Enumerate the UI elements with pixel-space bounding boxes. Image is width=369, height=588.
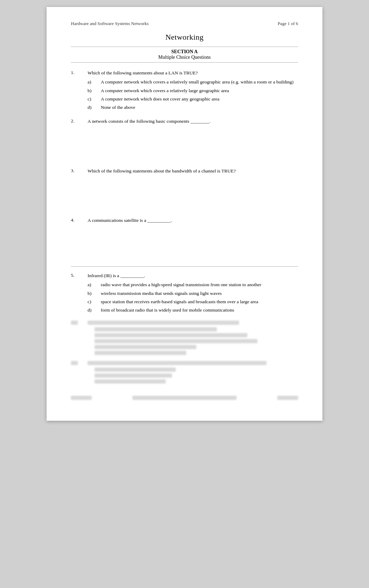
q1-option-b-text: A computer network which covers a relati… [101, 87, 298, 94]
q5-option-d-letter: d) [88, 307, 95, 314]
q5-option-c-letter: c) [88, 298, 95, 305]
q5-option-c-text: space station that receives earth-based … [101, 298, 298, 305]
page-header: Hardware and Software Systems Networks P… [71, 21, 298, 26]
q1-option-a-text: A computer network which covers a relati… [101, 79, 298, 86]
question-4: 4. A communications satellite is a _____… [71, 217, 298, 261]
blurred-q7 [71, 361, 298, 385]
q1-option-c-text: A computer network which does not cover … [101, 96, 298, 103]
header-left: Hardware and Software Systems Networks [71, 21, 149, 26]
q3-text: Which of the following statements about … [88, 168, 298, 175]
footer-left [71, 396, 92, 400]
q1-options: a) A computer network which covers a rel… [88, 79, 298, 111]
q1-option-a-letter: a) [88, 79, 95, 86]
q1-option-d-letter: d) [88, 104, 95, 111]
q4-text: A communications satellite is a ________… [88, 217, 298, 224]
q1-option-b: b) A computer network which covers a rel… [88, 87, 298, 94]
q5-option-a: a) radio wave that provides a high-speed… [88, 281, 298, 288]
q5-option-b-text: wireless transmission media that sends s… [101, 290, 298, 297]
question-1: 1. Which of the following statements abo… [71, 70, 298, 112]
q5-option-a-text: radio wave that provides a high-speed si… [101, 281, 298, 288]
q1-option-b-letter: b) [88, 87, 95, 94]
question-3: 3. Which of the following statements abo… [71, 168, 298, 211]
q5-option-b-letter: b) [88, 290, 95, 297]
q4-number: 4. [71, 217, 81, 261]
question-2: 2. A network consists of the following b… [71, 118, 298, 162]
questions-list: 1. Which of the following statements abo… [71, 70, 298, 261]
q5-option-a-letter: a) [88, 281, 95, 288]
q1-option-a: a) A computer network which covers a rel… [88, 79, 298, 86]
section-label: SECTION A [71, 49, 298, 55]
question-5: 5. Infrared (IR) is a __________. a) rad… [71, 272, 298, 315]
footer-center [132, 396, 237, 400]
document-page: Hardware and Software Systems Networks P… [47, 7, 322, 421]
q1-option-d: d) None of the above [88, 104, 298, 111]
section-divider [71, 266, 298, 267]
q4-content: A communications satellite is a ________… [88, 217, 298, 261]
q1-content: Which of the following statements about … [88, 70, 298, 112]
doc-main-title: Networking [71, 33, 298, 42]
q1-number: 1. [71, 70, 81, 112]
q2-content: A network consists of the following basi… [88, 118, 298, 162]
blurred-q6 [71, 321, 298, 357]
q5-text: Infrared (IR) is a __________. [88, 272, 298, 279]
q5-number: 5. [71, 272, 81, 315]
footer-right [277, 396, 298, 400]
q1-option-c: c) A computer network which does not cov… [88, 96, 298, 103]
q3-number: 3. [71, 168, 81, 211]
q1-text: Which of the following statements about … [88, 70, 298, 76]
header-right: Page 1 of 6 [278, 21, 298, 26]
doc-title-area: Networking [71, 33, 298, 42]
q5-option-c: c) space station that receives earth-bas… [88, 298, 298, 305]
q5-content: Infrared (IR) is a __________. a) radio … [88, 272, 298, 315]
page-footer [71, 396, 298, 400]
q5-options: a) radio wave that provides a high-speed… [88, 281, 298, 314]
q5-option-b: b) wireless transmission media that send… [88, 290, 298, 297]
q5-option-d-text: form of broadcast radio that is widely u… [101, 307, 298, 314]
q5-option-d: d) form of broadcast radio that is widel… [88, 307, 298, 314]
q2-number: 2. [71, 118, 81, 162]
section-sublabel: Multiple Choice Questions [71, 55, 298, 60]
q1-option-c-letter: c) [88, 96, 95, 103]
q3-content: Which of the following statements about … [88, 168, 298, 211]
q1-option-d-text: None of the above [101, 104, 298, 111]
section-header: SECTION A Multiple Choice Questions [71, 47, 298, 63]
q2-text: A network consists of the following basi… [88, 118, 298, 125]
